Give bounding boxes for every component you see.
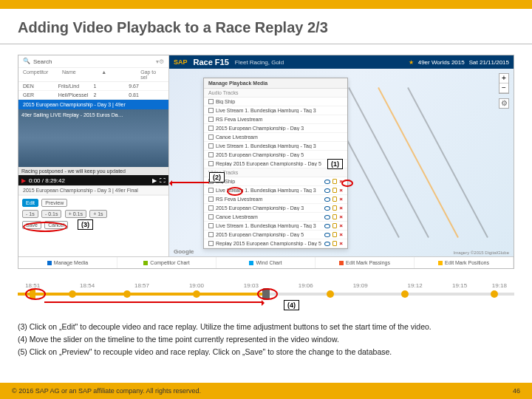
timeline-progress bbox=[18, 293, 266, 296]
instruction-4: (4) Move the slider on the timeline to t… bbox=[18, 333, 514, 346]
race-sub: Fleet Racing, Gold bbox=[235, 59, 284, 66]
minus-1s-button[interactable]: - 1s bbox=[22, 210, 38, 218]
instruction-3: (3) Click on „Edit" to decouple video an… bbox=[18, 321, 514, 333]
slide-footer: © 2016 SAP AG or an SAP affiliate compan… bbox=[0, 383, 532, 399]
map-header: SAP Race F15 Fleet Racing, Gold ★ 49er W… bbox=[169, 55, 514, 69]
audio-row[interactable]: RS Feva Livestream bbox=[204, 115, 347, 124]
callout-4: (4) bbox=[284, 300, 299, 310]
slide-title: Adding Video Playback to a Race Replay 2… bbox=[18, 19, 514, 36]
timeline-tick: 19:09 bbox=[353, 282, 368, 289]
timeline-marker[interactable] bbox=[401, 290, 409, 298]
preview-button[interactable]: Preview bbox=[41, 199, 67, 207]
copyright-text: © 2016 SAP AG or an SAP affiliate compan… bbox=[12, 387, 201, 395]
timeline-marker[interactable] bbox=[193, 290, 200, 298]
zoom-in-icon[interactable]: + bbox=[499, 74, 508, 83]
timeline-tick: 19:15 bbox=[452, 282, 467, 289]
timeline-marker[interactable] bbox=[491, 290, 498, 298]
plus-01s-button[interactable]: + 0.1s bbox=[65, 210, 86, 218]
minus-01s-button[interactable]: - 0.1s bbox=[41, 210, 62, 218]
table-row[interactable]: DEN Friis/Lind 1 9.67 bbox=[18, 82, 168, 91]
sap-logo: SAP bbox=[174, 58, 188, 66]
wind-chart-button[interactable]: Wind Chart bbox=[216, 257, 316, 268]
youtube-icon: ▶ bbox=[152, 177, 157, 184]
callout-3-ellipse bbox=[23, 222, 67, 232]
event-name: 49er Worlds 2015 bbox=[418, 59, 465, 66]
video-title: 49er Sailing LIVE Replay - 2015 Euros Da… bbox=[21, 112, 123, 117]
audio-row[interactable]: Big Ship bbox=[204, 98, 347, 106]
filter-icon[interactable]: ▾⚙ bbox=[156, 58, 164, 65]
callout-3: (3) bbox=[78, 219, 93, 230]
title-block: Adding Video Playback to a Race Replay 2… bbox=[0, 9, 532, 44]
left-panel: 🔍 Search ▾⚙ Competitor Name ▲Gap to sel … bbox=[18, 55, 169, 268]
instructions: (3) Click on „Edit" to decouple video an… bbox=[0, 312, 532, 358]
timeline[interactable]: 18:51 18:54 18:57 19:00 19:03 19:06 19:0… bbox=[18, 282, 514, 312]
brand-stripe bbox=[0, 0, 532, 9]
video-row[interactable]: Replay 2015 European Championship - Day … bbox=[204, 239, 347, 248]
imagery-credit: Imagery ©2015 DigitalGlobe bbox=[454, 250, 509, 255]
video-thumb[interactable]: 49er Sailing LIVE Replay - 2015 Euros Da… bbox=[18, 109, 168, 167]
callout-4-ellipse-a bbox=[25, 288, 46, 300]
event-strip: 2015 European Championship - Day 3 | 49e… bbox=[18, 100, 168, 109]
search-placeholder: Search bbox=[33, 58, 52, 65]
zoom-out-icon[interactable]: − bbox=[499, 83, 508, 93]
audio-row[interactable]: Live Stream 1. Bundesliga Hamburg - Tag … bbox=[204, 142, 347, 151]
search-row[interactable]: 🔍 Search ▾⚙ bbox=[18, 55, 168, 68]
competitor-chart-button[interactable]: Competitor Chart bbox=[117, 257, 216, 268]
audio-row[interactable]: Live Stream 1. Bundesliga Hamburg - Tag … bbox=[204, 106, 347, 115]
callout-4-ellipse-b bbox=[257, 288, 278, 300]
timeline-marker[interactable] bbox=[69, 290, 76, 298]
app-screenshot: SAP Race F15 Fleet Racing, Gold ★ 49er W… bbox=[18, 55, 514, 269]
event-date: Sat 21/11/2015 bbox=[469, 59, 509, 66]
timeline-tick: 18:54 bbox=[80, 282, 95, 289]
timeline-tick: 19:03 bbox=[244, 282, 259, 289]
video-row[interactable]: Canoe Livestream× bbox=[204, 213, 347, 222]
event-row: 2015 European Championship - Day 3 | 49e… bbox=[18, 185, 168, 195]
plus-1s-button[interactable]: + 1s bbox=[89, 210, 106, 218]
audio-row[interactable]: Canoe Livestream bbox=[204, 133, 347, 142]
video-row[interactable]: Live Stream 1. Bundesliga Hamburg - Tag … bbox=[204, 186, 347, 195]
timeline-marker[interactable] bbox=[123, 290, 131, 298]
edit-positions-button[interactable]: Edit Mark Positions bbox=[415, 257, 514, 268]
callout-2-ellipse bbox=[227, 187, 243, 196]
video-row[interactable]: 2015 European Championship - Day 5× bbox=[204, 231, 347, 239]
video-row[interactable]: Big Ship× bbox=[204, 177, 347, 186]
callout-1: (1) bbox=[327, 159, 343, 169]
timeline-tick: 19:18 bbox=[492, 282, 507, 289]
callout-4-arrow bbox=[44, 301, 263, 303]
callout-2-arrow bbox=[171, 182, 209, 183]
audio-row[interactable]: 2015 European Championship - Day 3 bbox=[204, 124, 347, 133]
google-watermark: Google bbox=[174, 248, 194, 255]
video-row[interactable]: Live Stream 1. Bundesliga Hamburg - Tag … bbox=[204, 222, 347, 231]
manage-media-button[interactable]: Manage Media bbox=[18, 257, 117, 268]
timeline-tick: 19:12 bbox=[408, 282, 423, 289]
audio-row[interactable]: Replay 2015 European Championship - Day … bbox=[204, 160, 347, 168]
video-caption: Racing postponed - we will keep you upda… bbox=[18, 167, 168, 175]
table-header: Competitor Name ▲Gap to sel bbox=[18, 68, 168, 82]
edit-button[interactable]: Edit bbox=[22, 199, 38, 207]
video-row[interactable]: RS Feva Livestream× bbox=[204, 195, 347, 204]
play-icon[interactable]: ▶ bbox=[21, 177, 26, 184]
lock-icon bbox=[332, 179, 337, 184]
manage-panel-title: Manage Playback Media bbox=[204, 78, 347, 89]
timeline-marker[interactable] bbox=[327, 290, 334, 298]
callout-2: (2) bbox=[209, 172, 225, 183]
video-section-label: Video Tracks bbox=[204, 168, 347, 177]
search-icon: 🔍 bbox=[23, 58, 30, 65]
callout-1-ellipse bbox=[341, 180, 353, 187]
video-row[interactable]: 2015 European Championship - Day 3× bbox=[204, 204, 347, 213]
table-row[interactable]: GER Heil/Ploessel 2 0.81 bbox=[18, 91, 168, 100]
video-time: 0:00 / 8:29:42 bbox=[29, 177, 65, 184]
bottom-toolbar: Manage Media Competitor Chart Wind Chart… bbox=[18, 256, 514, 268]
manage-playback-panel: Manage Playback Media Audio Tracks Big S… bbox=[203, 78, 348, 249]
video-controls[interactable]: ▶ 0:00 / 8:29:42 ▶ ⛶ bbox=[18, 175, 168, 185]
edit-passings-button[interactable]: Edit Mark Passings bbox=[316, 257, 415, 268]
audio-row[interactable]: 2015 European Championship - Day 5 bbox=[204, 151, 347, 160]
timeline-tick: 19:06 bbox=[299, 282, 313, 289]
eye-icon bbox=[324, 180, 330, 184]
gear-icon[interactable]: ⚙ bbox=[499, 98, 509, 109]
fullscreen-icon[interactable]: ⛶ bbox=[160, 177, 166, 184]
race-title: Race F15 bbox=[194, 58, 229, 66]
timeline-tick: 19:00 bbox=[189, 282, 204, 289]
zoom-control[interactable]: + − bbox=[499, 73, 509, 94]
instruction-5: (5) Click on „Preview" to recouple video… bbox=[18, 346, 514, 358]
